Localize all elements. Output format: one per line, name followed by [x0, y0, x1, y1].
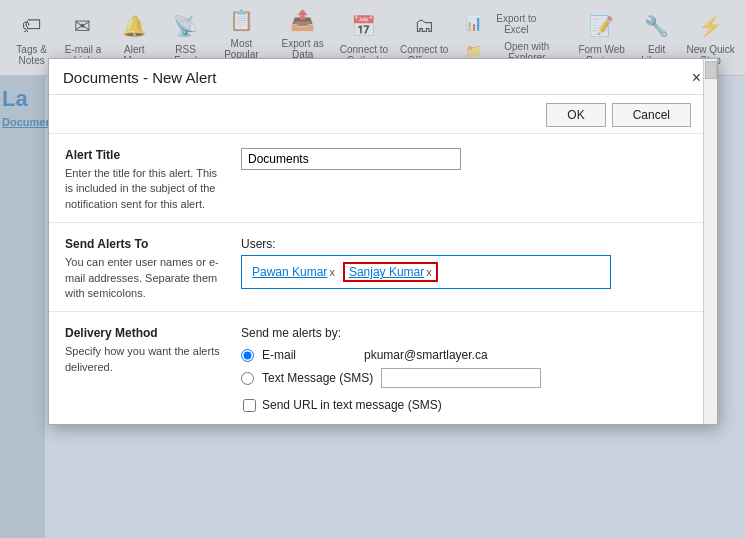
alert-title-heading: Alert Title	[65, 148, 225, 162]
sms-url-checkbox-row: Send URL in text message (SMS)	[243, 398, 687, 412]
send-alerts-description: You can enter user names or e-mail addre…	[65, 255, 225, 301]
delivery-method-label-group: Delivery Method Specify how you want the…	[65, 326, 225, 412]
sms-option-row: Text Message (SMS)	[241, 368, 687, 388]
sms-input[interactable]	[381, 368, 541, 388]
user-tag-sanjay-remove[interactable]: x	[426, 266, 432, 278]
send-alerts-label-group: Send Alerts To You can enter user names …	[65, 237, 225, 301]
sms-option-label: Text Message (SMS)	[262, 371, 373, 385]
send-alerts-heading: Send Alerts To	[65, 237, 225, 251]
user-tag-sanjay-name[interactable]: Sanjay Kumar	[349, 265, 424, 279]
alert-title-content	[241, 148, 687, 212]
user-tag-pawan: Pawan Kumar x	[248, 264, 339, 280]
user-tag-pawan-remove[interactable]: x	[329, 266, 335, 278]
delivery-method-content: Send me alerts by: E-mail pkumar@smartla…	[241, 326, 687, 412]
alert-title-section: Alert Title Enter the title for this ale…	[49, 134, 703, 223]
ok-button[interactable]: OK	[546, 103, 605, 127]
scrollbar-thumb[interactable]	[705, 61, 717, 79]
delivery-sub-label: Send me alerts by:	[241, 326, 687, 340]
sms-url-label: Send URL in text message (SMS)	[262, 398, 442, 412]
delivery-method-section: Delivery Method Specify how you want the…	[49, 312, 703, 424]
email-radio[interactable]	[241, 349, 254, 362]
users-label: Users:	[241, 237, 687, 251]
sms-url-checkbox[interactable]	[243, 399, 256, 412]
alert-title-label-group: Alert Title Enter the title for this ale…	[65, 148, 225, 212]
email-option-row: E-mail pkumar@smartlayer.ca	[241, 348, 687, 362]
email-option-label: E-mail	[262, 348, 296, 362]
modal-close-button[interactable]: ×	[690, 70, 703, 86]
delivery-method-heading: Delivery Method	[65, 326, 225, 340]
send-alerts-section: Send Alerts To You can enter user names …	[49, 223, 703, 312]
delivery-method-description: Specify how you want the alerts delivere…	[65, 344, 225, 375]
users-field[interactable]: Pawan Kumar x Sanjay Kumar x	[241, 255, 611, 289]
alert-title-input[interactable]	[241, 148, 461, 170]
modal-titlebar: Documents - New Alert ×	[49, 59, 717, 95]
delivery-options: E-mail pkumar@smartlayer.ca Text Message…	[241, 348, 687, 412]
modal-action-buttons: OK Cancel	[49, 95, 703, 134]
cancel-button[interactable]: Cancel	[612, 103, 691, 127]
modal-dialog: Documents - New Alert × OK Cancel Alert …	[48, 58, 718, 425]
sms-radio[interactable]	[241, 372, 254, 385]
user-tag-pawan-name[interactable]: Pawan Kumar	[252, 265, 327, 279]
user-tag-sanjay: Sanjay Kumar x	[343, 262, 438, 282]
email-address-value: pkumar@smartlayer.ca	[364, 348, 488, 362]
modal-title: Documents - New Alert	[63, 69, 216, 86]
alert-title-description: Enter the title for this alert. This is …	[65, 166, 225, 212]
send-alerts-content: Users: Pawan Kumar x Sanjay Kumar x	[241, 237, 687, 301]
scrollbar[interactable]	[703, 59, 717, 424]
